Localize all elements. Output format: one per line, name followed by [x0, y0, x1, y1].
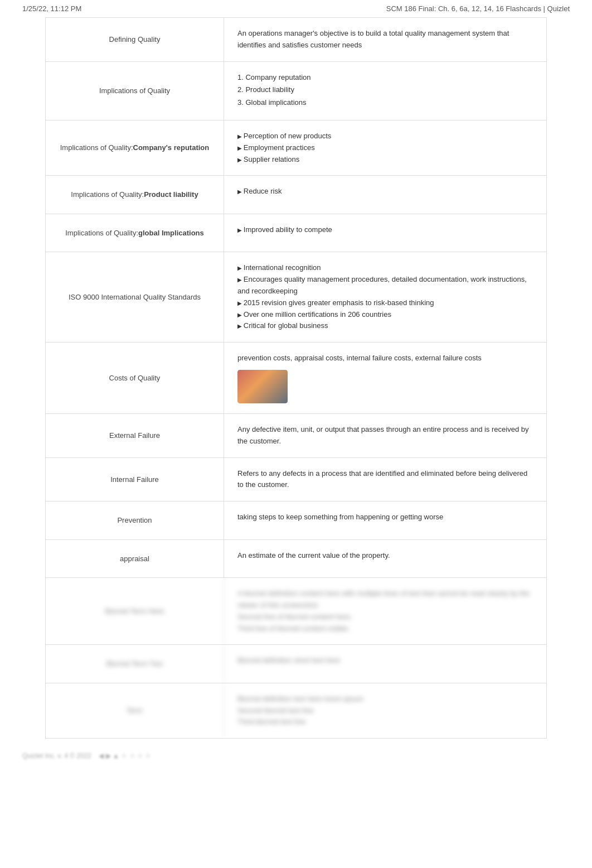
term-internal-failure: Internal Failure: [46, 458, 224, 501]
term-global-implications: Implications of Quality: global Implicat…: [46, 214, 224, 252]
term-product-liability: Implications of Quality: Product liabili…: [46, 176, 224, 214]
card-global-implications: Implications of Quality: global Implicat…: [45, 214, 547, 252]
card-defining-quality: Defining Quality An operations manager's…: [45, 17, 547, 61]
def-external-failure: Any defective item, unit, or output that…: [224, 414, 546, 457]
def-iso9000: International recognition Encourages qua…: [224, 252, 546, 342]
card-blurred-3: Term Blurred definition text here lorem …: [45, 683, 547, 739]
def-appraisal: An estimate of the current value of the …: [224, 540, 546, 578]
list-item: Improved ability to compete: [237, 224, 533, 236]
list-item: 2. Product liability: [237, 84, 533, 96]
term-blurred-3: Term: [46, 683, 224, 738]
list-item: Encourages quality management procedures…: [237, 274, 533, 297]
def-costs-of-quality: prevention costs, appraisal costs, inter…: [224, 343, 546, 413]
card-costs-of-quality: Costs of Quality prevention costs, appra…: [45, 342, 547, 413]
term-defining-quality: Defining Quality: [46, 18, 224, 61]
term-company-reputation: Implications of Quality: Company's reput…: [46, 120, 224, 175]
def-global-implications: Improved ability to compete: [224, 214, 546, 252]
def-blurred-3: Blurred definition text here lorem ipsum…: [224, 683, 546, 738]
list-item: Reduce risk: [237, 186, 533, 197]
card-blurred-2: Blurred Term Two Blurred definition shor…: [45, 644, 547, 683]
list-item: International recognition: [237, 262, 533, 274]
card-prevention: Prevention taking steps to keep somethin…: [45, 501, 547, 539]
card-company-reputation: Implications of Quality: Company's reput…: [45, 120, 547, 175]
costs-of-quality-image: [237, 370, 288, 403]
list-item: Critical for global business: [237, 320, 533, 332]
def-blurred-1: A blurred definition content here with m…: [224, 578, 546, 644]
def-company-reputation: Perception of new products Employment pr…: [224, 120, 546, 175]
list-item: Perception of new products: [237, 131, 533, 142]
term-implications: Implications of Quality: [46, 62, 224, 120]
list-item: Over one million certifications in 206 c…: [237, 309, 533, 321]
def-prevention: taking steps to keep something from happ…: [224, 501, 546, 539]
def-implications: 1. Company reputation 2. Product liabili…: [224, 62, 546, 120]
card-implications: Implications of Quality 1. Company reput…: [45, 61, 547, 120]
card-iso9000: ISO 9000 International Quality Standards…: [45, 252, 547, 342]
datetime: 1/25/22, 11:12 PM: [22, 4, 81, 13]
list-item: Employment practices: [237, 142, 533, 154]
term-costs-of-quality: Costs of Quality: [46, 343, 224, 413]
def-product-liability: Reduce risk: [224, 176, 546, 214]
card-appraisal: appraisal An estimate of the current val…: [45, 539, 547, 578]
term-prevention: Prevention: [46, 501, 224, 539]
card-product-liability: Implications of Quality: Product liabili…: [45, 175, 547, 214]
term-appraisal: appraisal: [46, 540, 224, 578]
card-external-failure: External Failure Any defective item, uni…: [45, 413, 547, 457]
footer: Quizlet Inc. v. 4 © 2022 ◀ ▶ ▲ ☆ ☆ ☆ ☆: [0, 743, 592, 769]
card-blurred-1: Blurred Term Here A blurred definition c…: [45, 577, 547, 644]
list-item: Supplier relations: [237, 154, 533, 166]
term-blurred-2: Blurred Term Two: [46, 645, 224, 683]
list-item: 3. Global implications: [237, 97, 533, 109]
image-graphic: [237, 370, 288, 403]
def-blurred-2: Blurred definition short text here: [224, 645, 546, 683]
def-defining-quality: An operations manager's objective is to …: [224, 18, 546, 61]
def-internal-failure: Refers to any defects in a process that …: [224, 458, 546, 501]
list-item: 1. Company reputation: [237, 72, 533, 84]
term-external-failure: External Failure: [46, 414, 224, 457]
top-bar: 1/25/22, 11:12 PM SCM 186 Final: Ch. 6, …: [0, 0, 592, 17]
main-container: Defining Quality An operations manager's…: [45, 17, 547, 739]
term-blurred-1: Blurred Term Here: [46, 578, 224, 644]
list-item: 2015 revision gives greater emphasis to …: [237, 297, 533, 309]
card-internal-failure: Internal Failure Refers to any defects i…: [45, 457, 547, 501]
term-iso9000: ISO 9000 International Quality Standards: [46, 252, 224, 342]
page-title: SCM 186 Final: Ch. 6, 6a, 12, 14, 16 Fla…: [386, 4, 570, 13]
